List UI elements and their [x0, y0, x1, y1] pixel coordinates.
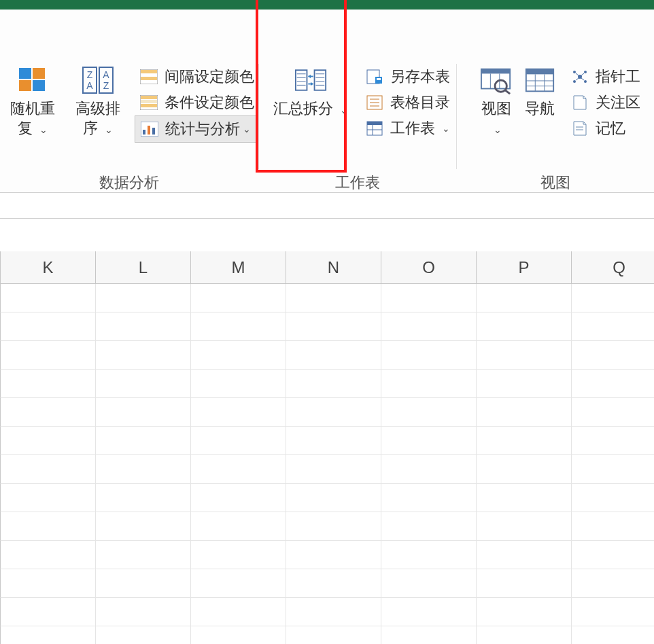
cell[interactable] — [572, 512, 654, 541]
cell[interactable] — [477, 484, 572, 512]
cell[interactable] — [286, 427, 381, 455]
stats-analysis-button[interactable]: 统计与分析 ⌄ — [135, 115, 258, 143]
cell[interactable] — [381, 370, 477, 398]
cell[interactable] — [381, 284, 477, 312]
column-header[interactable]: N — [286, 251, 381, 283]
cell[interactable] — [1, 312, 96, 341]
cell[interactable] — [191, 312, 286, 341]
cell[interactable] — [1, 512, 96, 541]
cell[interactable] — [572, 484, 654, 512]
save-as-sheet-button[interactable]: 另存本表 — [360, 64, 454, 90]
cell[interactable] — [1, 398, 96, 427]
summary-split-button[interactable]: 汇总拆分 ⌄ — [261, 64, 360, 119]
cell[interactable] — [381, 455, 477, 484]
cell[interactable] — [572, 541, 654, 569]
cell[interactable] — [286, 541, 381, 569]
cell[interactable] — [477, 626, 572, 644]
cell[interactable] — [381, 341, 477, 370]
cell[interactable] — [572, 398, 654, 427]
formula-bar[interactable] — [0, 193, 654, 219]
cell[interactable] — [96, 341, 191, 370]
cell[interactable] — [286, 626, 381, 644]
cell[interactable] — [572, 341, 654, 370]
cell[interactable] — [477, 541, 572, 569]
worksheet-grid[interactable]: KLMNOPQ — [0, 251, 654, 644]
column-header[interactable]: Q — [572, 251, 654, 283]
cell[interactable] — [96, 484, 191, 512]
column-header[interactable]: O — [381, 251, 477, 283]
cell[interactable] — [477, 370, 572, 398]
cell[interactable] — [191, 569, 286, 598]
cell[interactable] — [1, 484, 96, 512]
cell[interactable] — [286, 284, 381, 312]
cell[interactable] — [381, 541, 477, 569]
cell[interactable] — [191, 512, 286, 541]
advanced-sort-button[interactable]: Z A A Z 高级排序 ⌄ — [65, 64, 131, 138]
cell[interactable] — [286, 598, 381, 626]
cell[interactable] — [191, 427, 286, 455]
cell[interactable] — [572, 455, 654, 484]
cell[interactable] — [191, 598, 286, 626]
random-repeat-button[interactable]: 随机重复 ⌄ — [0, 64, 65, 138]
cell[interactable] — [286, 455, 381, 484]
cell[interactable] — [96, 512, 191, 541]
cell[interactable] — [96, 626, 191, 644]
worksheet-menu-button[interactable]: 工作表 ⌄ — [360, 115, 454, 141]
cell[interactable] — [96, 541, 191, 569]
cell[interactable] — [191, 341, 286, 370]
cell[interactable] — [286, 398, 381, 427]
cell[interactable] — [1, 455, 96, 484]
watch-region-button[interactable]: 关注区 — [566, 90, 644, 115]
cell[interactable] — [572, 312, 654, 341]
cell[interactable] — [96, 370, 191, 398]
cell[interactable] — [1, 427, 96, 455]
column-header[interactable]: K — [1, 251, 96, 283]
cell[interactable] — [381, 398, 477, 427]
column-header[interactable]: M — [191, 251, 286, 283]
cell[interactable] — [477, 398, 572, 427]
cell[interactable] — [572, 370, 654, 398]
column-header[interactable]: L — [96, 251, 191, 283]
cell[interactable] — [1, 370, 96, 398]
cell[interactable] — [1, 341, 96, 370]
cell[interactable] — [381, 512, 477, 541]
cell[interactable] — [572, 626, 654, 644]
cell[interactable] — [96, 312, 191, 341]
cell[interactable] — [381, 626, 477, 644]
cell[interactable] — [191, 484, 286, 512]
cell[interactable] — [477, 569, 572, 598]
cell[interactable] — [381, 569, 477, 598]
column-header[interactable]: P — [477, 251, 572, 283]
cell[interactable] — [1, 626, 96, 644]
view-button[interactable]: 视图⌄ — [475, 64, 518, 138]
cell[interactable] — [477, 598, 572, 626]
cell[interactable] — [286, 370, 381, 398]
cell[interactable] — [191, 398, 286, 427]
cell[interactable] — [96, 398, 191, 427]
cell[interactable] — [286, 312, 381, 341]
interval-color-button[interactable]: 间隔设定颜色 — [135, 64, 258, 90]
nav-button[interactable]: 导航 — [518, 64, 562, 119]
conditional-color-button[interactable]: 条件设定颜色 — [135, 90, 258, 115]
cell[interactable] — [191, 541, 286, 569]
cell[interactable] — [1, 541, 96, 569]
cell[interactable] — [1, 598, 96, 626]
cell[interactable] — [286, 484, 381, 512]
pointer-tool-button[interactable]: 指针工 — [566, 64, 644, 90]
cell[interactable] — [381, 484, 477, 512]
cell[interactable] — [96, 284, 191, 312]
cell[interactable] — [96, 427, 191, 455]
memory-button[interactable]: 记忆 — [566, 115, 644, 141]
cell[interactable] — [381, 312, 477, 341]
cell[interactable] — [572, 598, 654, 626]
cell[interactable] — [477, 455, 572, 484]
cell[interactable] — [191, 626, 286, 644]
sheet-toc-button[interactable]: 表格目录 — [360, 90, 454, 115]
cell[interactable] — [286, 569, 381, 598]
cell[interactable] — [572, 569, 654, 598]
cell[interactable] — [477, 312, 572, 341]
cell[interactable] — [572, 427, 654, 455]
cell[interactable] — [96, 455, 191, 484]
cell[interactable] — [381, 427, 477, 455]
cell[interactable] — [286, 512, 381, 541]
